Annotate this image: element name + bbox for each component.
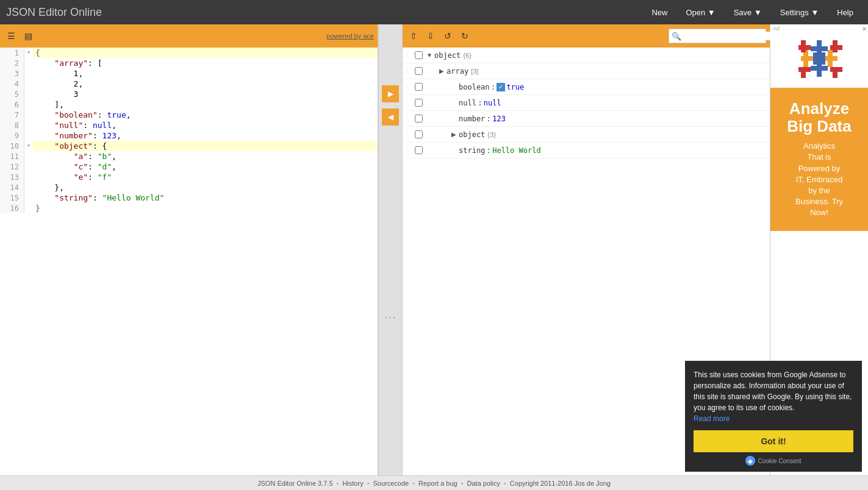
read-more-link[interactable]: Read more bbox=[694, 414, 730, 423]
svg-rect-13 bbox=[798, 67, 811, 72]
tableau-logo bbox=[770, 24, 868, 88]
line-content: "array": [ bbox=[33, 58, 378, 68]
expand-right-button[interactable]: ▶ bbox=[382, 85, 399, 102]
line-content: "string": "Hello World" bbox=[33, 193, 378, 203]
code-line: 8 "null": null, bbox=[0, 120, 378, 130]
fold-toggle bbox=[24, 130, 33, 141]
tree-toggle-button bbox=[449, 146, 459, 155]
code-line: 16} bbox=[0, 203, 378, 213]
panel-splitter: ▶ ◀ ⋮ bbox=[378, 24, 403, 475]
drag-handle-icon[interactable]: ⋮ bbox=[403, 83, 412, 90]
got-it-button[interactable]: Got it! bbox=[694, 430, 853, 452]
tree-item[interactable]: ⋮▶array [3] bbox=[403, 63, 770, 79]
tree-key: string bbox=[459, 146, 485, 155]
cookie-consent-label: Cookie Consent bbox=[758, 456, 801, 466]
line-number: 9 bbox=[0, 130, 24, 141]
fold-toggle bbox=[24, 79, 33, 89]
fold-toggle bbox=[24, 58, 33, 68]
code-editor[interactable]: 1▾{2 "array": [3 1,4 2,5 36 ],7 "boolean… bbox=[0, 48, 378, 475]
tree-checkbox[interactable] bbox=[412, 49, 425, 62]
tree-toggle-button[interactable]: ▶ bbox=[437, 66, 447, 76]
code-line: 15 "string": "Hello World" bbox=[0, 193, 378, 203]
sort-asc-icon[interactable]: ⇧ bbox=[406, 29, 421, 43]
tree-checkbox[interactable] bbox=[412, 113, 425, 125]
line-number: 13 bbox=[0, 172, 24, 182]
tree-value: Hello World bbox=[492, 146, 540, 155]
code-line: 13 "e": "f" bbox=[0, 172, 378, 182]
tree-item[interactable]: ⋮▶object {3} bbox=[403, 127, 770, 143]
tree-item[interactable]: ⋮boolean : ✓true bbox=[403, 79, 770, 95]
code-line: 4 2, bbox=[0, 79, 378, 89]
tree-type: {3} bbox=[487, 131, 495, 138]
tree-item[interactable]: ⋮number : 123 bbox=[403, 111, 770, 127]
tree-checkbox[interactable] bbox=[412, 81, 425, 93]
fold-toggle bbox=[24, 110, 33, 120]
line-content: "object": { bbox=[33, 141, 378, 151]
fold-toggle bbox=[24, 89, 33, 99]
code-line: 2 "array": [ bbox=[0, 58, 378, 68]
line-number: 6 bbox=[0, 99, 24, 110]
tree-toggle-button[interactable]: ▼ bbox=[425, 51, 434, 60]
svg-rect-9 bbox=[798, 45, 811, 50]
tree-value: null bbox=[484, 99, 501, 107]
line-content: }, bbox=[33, 182, 378, 193]
redo-icon[interactable]: ↻ bbox=[457, 29, 472, 43]
footer-copyright: Copyright 2011-2016 Jos de Jong bbox=[510, 480, 611, 487]
drag-handle-icon[interactable]: ⋮ bbox=[403, 99, 412, 106]
app-brand: JSON Editor Online bbox=[6, 6, 102, 19]
tree-checkbox[interactable] bbox=[412, 65, 425, 77]
fold-toggle[interactable]: ▾ bbox=[24, 48, 33, 58]
settings-button[interactable]: Settings ▼ bbox=[772, 0, 827, 24]
footer-history-link[interactable]: History bbox=[342, 480, 363, 487]
line-content: "boolean": true, bbox=[33, 110, 378, 120]
ad-content-box[interactable]: AnalyzeBig Data AnalyticsThat isPowered … bbox=[770, 88, 868, 231]
line-number: 8 bbox=[0, 120, 24, 130]
drag-handle-icon[interactable]: ⋮ bbox=[403, 68, 412, 74]
footer-sourcecode-link[interactable]: Sourcecode bbox=[373, 480, 409, 487]
expand-left-button[interactable]: ◀ bbox=[382, 108, 399, 126]
fold-toggle bbox=[24, 68, 33, 79]
search-box[interactable]: 🔍 ▼ bbox=[669, 29, 766, 43]
powered-by-ace-link[interactable]: powered by ace bbox=[326, 32, 374, 40]
tree-checkbox[interactable] bbox=[412, 97, 425, 109]
svg-rect-7 bbox=[828, 50, 833, 67]
cookie-banner: This site uses cookies from Google Adsen… bbox=[685, 361, 862, 472]
footer-bug-link[interactable]: Report a bug bbox=[418, 480, 457, 487]
app-title-light: Online bbox=[67, 6, 102, 18]
line-content: "c": "d", bbox=[33, 162, 378, 172]
line-number: 7 bbox=[0, 110, 24, 120]
code-line: 12 "c": "d", bbox=[0, 162, 378, 172]
tree-checkbox[interactable] bbox=[412, 129, 425, 141]
drag-handle-icon[interactable]: ⋮ bbox=[403, 115, 412, 122]
sort-desc-icon[interactable]: ⇩ bbox=[423, 29, 438, 43]
tree-item[interactable]: ⋮string : Hello World bbox=[403, 143, 770, 158]
tree-checkbox[interactable] bbox=[412, 144, 425, 157]
boolean-checkbox-true[interactable]: ✓ bbox=[497, 83, 505, 91]
menu-icon[interactable]: ☰ bbox=[4, 29, 18, 43]
cookie-message: This site uses cookies from Google Adsen… bbox=[694, 369, 853, 413]
tree-key: object bbox=[434, 51, 461, 60]
footer-policy-link[interactable]: Data policy bbox=[467, 480, 500, 487]
ad-close-button[interactable]: ✕ bbox=[862, 26, 867, 32]
drag-handle-icon[interactable]: ⋮ bbox=[403, 52, 412, 59]
code-content: 1▾{2 "array": [3 1,4 2,5 36 ],7 "boolean… bbox=[0, 48, 378, 213]
tree-item[interactable]: ⋮▼object {6} bbox=[403, 48, 770, 63]
undo-icon[interactable]: ↺ bbox=[440, 29, 455, 43]
code-line: 10▾ "object": { bbox=[0, 141, 378, 151]
tree-toggle-button[interactable]: ▶ bbox=[449, 130, 459, 140]
drag-handle-icon[interactable]: ⋮ bbox=[403, 131, 412, 138]
splitter-handle[interactable]: ⋮ bbox=[384, 312, 397, 322]
search-input[interactable] bbox=[684, 32, 775, 40]
fold-toggle[interactable]: ▾ bbox=[24, 141, 33, 151]
new-button[interactable]: New bbox=[643, 0, 676, 24]
format-icon[interactable]: ▤ bbox=[21, 29, 35, 43]
footer-version: JSON Editor Online 3.7.5 bbox=[257, 480, 333, 487]
open-button[interactable]: Open ▼ bbox=[677, 0, 723, 24]
svg-rect-15 bbox=[830, 67, 842, 72]
tree-item[interactable]: ⋮null : null bbox=[403, 95, 770, 111]
save-button[interactable]: Save ▼ bbox=[725, 0, 770, 24]
line-number: 10 bbox=[0, 141, 24, 151]
fold-toggle bbox=[24, 203, 33, 213]
help-button[interactable]: Help bbox=[828, 0, 862, 24]
drag-handle-icon[interactable]: ⋮ bbox=[403, 147, 412, 154]
